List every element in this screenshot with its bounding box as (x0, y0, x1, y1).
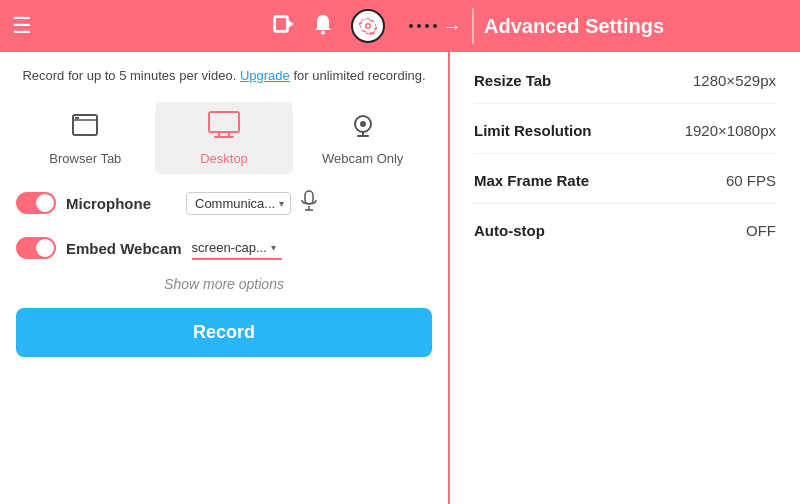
svg-rect-3 (276, 18, 286, 30)
svg-rect-8 (209, 112, 239, 132)
limit-resolution-key: Limit Resolution (474, 122, 592, 139)
record-info: Record for up to 5 minutes per video. Up… (16, 66, 432, 86)
embed-webcam-toggle[interactable] (16, 237, 56, 259)
dotted-arrow: → (407, 15, 462, 38)
header: ☰ (0, 0, 800, 52)
bell-icon[interactable] (313, 13, 333, 40)
max-frame-rate-value: 60 FPS (726, 172, 776, 189)
advanced-settings-title: Advanced Settings (484, 15, 788, 38)
hamburger-icon[interactable]: ☰ (12, 13, 32, 39)
desktop-label: Desktop (200, 151, 248, 166)
webcam-only-mode[interactable]: Webcam Only (293, 102, 432, 174)
record-button[interactable]: Record (16, 308, 432, 357)
embed-webcam-row: Embed Webcam screen-cap... ▾ (16, 233, 432, 264)
settings-row-auto-stop: Auto-stop OFF (474, 222, 776, 253)
webcam-only-label: Webcam Only (322, 151, 403, 166)
desktop-mode[interactable]: Desktop (155, 102, 294, 174)
svg-point-10 (360, 121, 366, 127)
header-icons: → (273, 9, 462, 43)
webcam-dropdown[interactable]: screen-cap... ▾ (192, 237, 282, 260)
microphone-dropdown-text: Communica... (195, 196, 275, 211)
desktop-icon (207, 110, 241, 147)
gear-icon-wrapper[interactable] (351, 9, 385, 43)
svg-rect-11 (305, 191, 313, 204)
record-info-suffix: for unlimited recording. (293, 68, 425, 83)
auto-stop-key: Auto-stop (474, 222, 545, 239)
limit-resolution-value: 1920×1080px (685, 122, 776, 139)
microphone-row: Microphone Communica... ▾ (16, 186, 432, 221)
browser-tab-label: Browser Tab (49, 151, 121, 166)
max-frame-rate-key: Max Frame Rate (474, 172, 589, 189)
auto-stop-value: OFF (746, 222, 776, 239)
main-content: Record for up to 5 minutes per video. Up… (0, 52, 800, 504)
microphone-dropdown-arrow: ▾ (279, 198, 284, 209)
resize-tab-key: Resize Tab (474, 72, 551, 89)
header-divider (472, 8, 474, 44)
show-more-options[interactable]: Show more options (16, 276, 432, 292)
embed-webcam-label: Embed Webcam (66, 240, 182, 257)
microphone-label: Microphone (66, 195, 176, 212)
microphone-dropdown[interactable]: Communica... ▾ (186, 192, 291, 215)
right-panel: Resize Tab 1280×529px Limit Resolution 1… (450, 52, 800, 504)
microphone-icon (301, 190, 317, 217)
record-info-text: Record for up to 5 minutes per video. (22, 68, 236, 83)
svg-rect-7 (75, 117, 79, 119)
left-panel: Record for up to 5 minutes per video. Up… (0, 52, 450, 504)
settings-row-resize-tab: Resize Tab 1280×529px (474, 72, 776, 104)
upgrade-link[interactable]: Upgrade (240, 68, 290, 83)
browser-tab-icon (70, 110, 100, 147)
microphone-toggle[interactable] (16, 192, 56, 214)
resize-tab-value: 1280×529px (693, 72, 776, 89)
header-left: ☰ (12, 9, 462, 43)
mode-tabs: Browser Tab Desktop (16, 102, 432, 174)
webcam-only-icon (348, 110, 378, 147)
svg-point-5 (321, 30, 325, 34)
svg-marker-4 (287, 20, 293, 28)
webcam-dropdown-arrow: ▾ (271, 242, 276, 253)
browser-tab-mode[interactable]: Browser Tab (16, 102, 155, 174)
settings-row-max-frame-rate: Max Frame Rate 60 FPS (474, 172, 776, 204)
settings-row-limit-resolution: Limit Resolution 1920×1080px (474, 122, 776, 154)
video-icon[interactable] (273, 13, 295, 40)
webcam-dropdown-text: screen-cap... (192, 240, 267, 255)
